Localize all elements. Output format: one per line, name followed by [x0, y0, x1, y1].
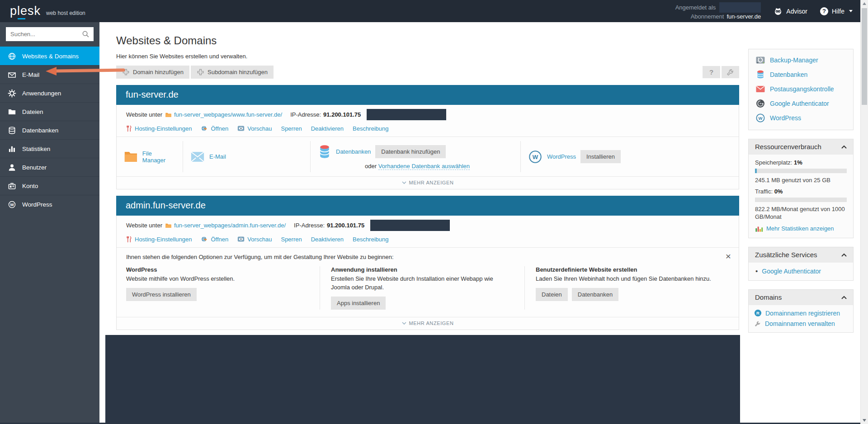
owl-icon [774, 7, 783, 16]
disk-space-percent: 1% [794, 159, 802, 166]
add-subdomain-button[interactable]: Subdomain hinzufügen [191, 66, 274, 79]
google-authenticator-icon [755, 99, 765, 108]
databases-tool-link[interactable]: Datenbanken [336, 148, 371, 155]
chevron-up-icon[interactable] [841, 296, 847, 299]
wordpress-icon: W [755, 113, 765, 123]
domain-card-title: admin.fun-server.de [116, 196, 739, 216]
quick-links-panel: Backup-Manager Datenbanken Postausgangsk… [748, 49, 854, 130]
outgoing-mail-control-link[interactable]: Postausgangskontrolle [749, 82, 853, 96]
deactivate-link[interactable]: Deaktivieren [311, 236, 344, 243]
databases-link[interactable]: Datenbanken [749, 67, 853, 82]
sidebar-item-email[interactable]: E-Mail [0, 65, 99, 84]
disk-usage-fill [755, 169, 757, 173]
backup-manager-link[interactable]: Backup-Manager [749, 53, 853, 67]
redacted-username [719, 2, 761, 13]
account-info: Angemeldet als Abonnementfun-server.de [675, 2, 761, 20]
scrollbar-thumb[interactable] [862, 8, 867, 105]
suspend-link[interactable]: Sperren [281, 125, 302, 132]
files-button[interactable]: Dateien [536, 288, 568, 301]
question-icon: ? [709, 68, 713, 76]
subscription-domain[interactable]: fun-server.de [726, 13, 761, 20]
database-icon [8, 126, 16, 135]
manage-domains-link[interactable]: Domainnamen verwalten [754, 320, 848, 327]
topbar: plesk web host edition Angemeldet als Ab… [0, 0, 868, 22]
sidebar-item-benutzer[interactable]: Benutzer [0, 158, 99, 176]
scroll-down-arrow[interactable] [863, 419, 866, 422]
suspend-link[interactable]: Sperren [281, 236, 302, 243]
install-wordpress-option-button[interactable]: WordPress installieren [126, 288, 197, 301]
chevron-up-icon[interactable] [841, 145, 847, 149]
google-authenticator-service-link[interactable]: • Google Authenticator [755, 267, 846, 275]
plesk-logo-text: plesk [10, 5, 41, 17]
choose-existing-database-link[interactable]: Vorhandene Datenbank auswählen [378, 163, 470, 170]
deactivate-link[interactable]: Deaktivieren [311, 125, 344, 132]
description-link[interactable]: Beschreibung [353, 236, 389, 243]
webspace-path-link[interactable]: fun-server_webpages/www.fun-server.de/ [174, 111, 282, 118]
sidebar-item-websites-domains[interactable]: Websites & Domains [0, 47, 99, 65]
subscription-label: Abonnement [691, 13, 724, 20]
register-domain-link[interactable]: R Domainnamen registrieren [754, 309, 848, 317]
sidebar-item-datenbanken[interactable]: Datenbanken [0, 121, 99, 139]
install-apps-button[interactable]: Apps installieren [331, 297, 386, 310]
wordpress-link[interactable]: W WordPress [749, 111, 853, 125]
preview-link[interactable]: Vorschau [237, 125, 272, 132]
wordpress-tool-link[interactable]: WordPress [547, 153, 576, 160]
redacted-box [370, 220, 450, 231]
mini-chart-icon [755, 225, 763, 232]
sidebar-item-anwendungen[interactable]: Anwendungen [0, 84, 99, 102]
sidebar-item-label: Statistiken [22, 146, 50, 152]
sidebar-item-label: Datenbanken [22, 127, 58, 134]
website-under-label: Website unter [126, 222, 162, 229]
hosting-settings-link[interactable]: Hosting-Einstellungen [126, 125, 192, 132]
sidebar-item-dateien[interactable]: Dateien [0, 102, 99, 121]
show-more-button[interactable]: MEHR ANZEIGEN [117, 176, 739, 189]
open-site-link[interactable]: Öffnen [201, 236, 228, 243]
traffic-percent: 0% [774, 188, 783, 195]
envelope-icon [8, 71, 16, 79]
preview-link[interactable]: Vorschau [237, 236, 272, 243]
sidebar-item-statistiken[interactable]: Statistiken [0, 139, 99, 158]
sidebar-item-konto[interactable]: Konto [0, 176, 99, 195]
scroll-up-arrow[interactable] [863, 2, 866, 5]
advisor-button[interactable]: Advisor [774, 7, 807, 16]
resources-panel-header[interactable]: Ressourcenverbrauch [749, 139, 853, 155]
show-more-button[interactable]: MEHR ANZEIGEN [117, 317, 739, 330]
sidebar-item-label: Websites & Domains [22, 53, 79, 60]
help-menu[interactable]: ? Hilfe [820, 7, 853, 15]
email-tool[interactable]: E-Mail [183, 141, 311, 172]
hosting-settings-link[interactable]: Hosting-Einstellungen [126, 236, 192, 243]
add-database-button[interactable]: Datenbank hinzufügen [375, 145, 446, 158]
logo-underline [18, 18, 25, 19]
customize-tools-button[interactable] [722, 66, 739, 78]
gear-icon [8, 89, 16, 98]
install-wordpress-button[interactable]: Installieren [580, 150, 621, 163]
wordpress-icon: W [8, 200, 16, 209]
description-link[interactable]: Beschreibung [353, 125, 389, 132]
wrench-icon [754, 320, 761, 327]
file-manager-tool[interactable]: File Manager [117, 141, 183, 172]
svg-text:W: W [759, 116, 763, 121]
webspace-path-link[interactable]: fun-server_webpages/admin.fun-server.de/ [174, 222, 286, 229]
open-site-link[interactable]: Öffnen [201, 125, 228, 132]
more-statistics-link[interactable]: Mehr Statistiken anzeigen [755, 225, 847, 232]
databases-button[interactable]: Datenbanken [572, 288, 618, 301]
domain-card-admin-fun-server: admin.fun-server.de Website unter fun-se… [116, 196, 739, 330]
sidebar-item-wordpress[interactable]: W WordPress [0, 195, 99, 213]
help-icon: ? [820, 7, 828, 15]
page-title: Websites & Domains [116, 34, 868, 47]
search-input[interactable] [6, 27, 94, 41]
domains-panel-header[interactable]: Domains [749, 290, 853, 305]
chevron-up-icon[interactable] [841, 253, 847, 257]
website-under-label: Website unter [126, 111, 162, 118]
chevron-down-icon [402, 322, 406, 325]
additional-services-header[interactable]: Zusätzliche Services [749, 247, 853, 263]
search-icon[interactable] [82, 30, 90, 38]
scrollbar[interactable] [860, 0, 868, 424]
add-domain-button[interactable]: Domain hinzufügen [116, 66, 189, 79]
right-sidebar: Backup-Manager Datenbanken Postausgangsk… [748, 49, 854, 341]
help-tools-button[interactable]: ? [703, 66, 720, 78]
close-icon[interactable]: × [726, 251, 731, 261]
google-authenticator-link[interactable]: Google Authenticator [749, 96, 853, 111]
globe-icon [8, 52, 16, 61]
domains-panel: Domains R Domainnamen registrieren Domai… [748, 289, 854, 333]
